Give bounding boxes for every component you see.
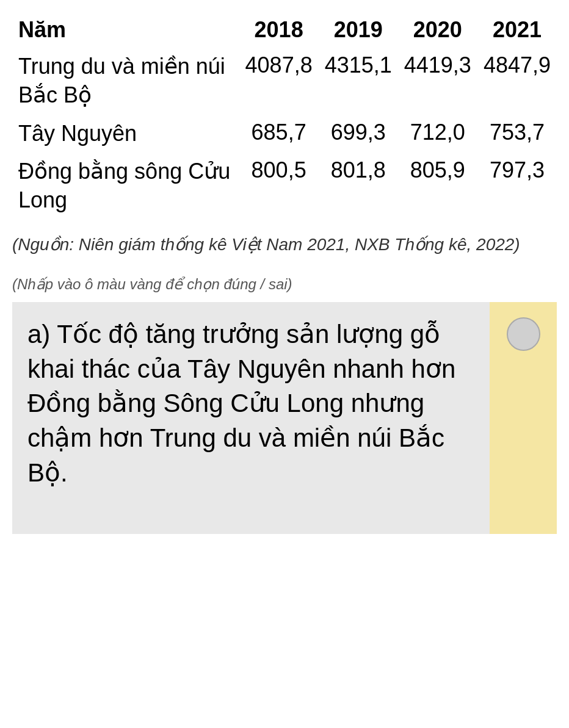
row-value: 4419,3	[398, 48, 477, 115]
page-container: Năm 2018 2019 2020 2021 Trung du và miền…	[0, 0, 569, 546]
row-value: 685,7	[239, 115, 319, 153]
row-region-name: Tây Nguyên	[12, 115, 239, 153]
row-region-name: Trung du và miền núi Bắc Bộ	[12, 48, 239, 115]
header-2020: 2020	[398, 12, 477, 48]
header-2019: 2019	[319, 12, 398, 48]
question-label: a)	[27, 320, 50, 348]
row-value: 699,3	[319, 115, 398, 153]
row-region-name: Đồng bằng sông Cửu Long	[12, 153, 239, 220]
row-value: 4315,1	[319, 48, 398, 115]
row-value: 753,7	[477, 115, 557, 153]
row-value: 805,9	[398, 153, 477, 220]
source-note: (Nguồn: Niên giám thống kê Việt Nam 2021…	[12, 232, 557, 258]
question-card: a) Tốc độ tăng trưởng sản lượng gỗ khai …	[12, 302, 557, 534]
row-value: 801,8	[319, 153, 398, 220]
answer-area[interactable]	[490, 302, 557, 534]
table-row: Đồng bằng sông Cửu Long800,5801,8805,979…	[12, 153, 557, 220]
row-value: 4087,8	[239, 48, 319, 115]
table-row: Tây Nguyên685,7699,3712,0753,7	[12, 115, 557, 153]
row-value: 712,0	[398, 115, 477, 153]
table-row: Trung du và miền núi Bắc Bộ4087,84315,14…	[12, 48, 557, 115]
header-2021: 2021	[477, 12, 557, 48]
question-body: Tốc độ tăng trưởng sản lượng gỗ khai thá…	[27, 320, 455, 487]
row-value: 800,5	[239, 153, 319, 220]
instruction-text: (Nhấp vào ô màu vàng để chọn đúng / sai)	[12, 276, 557, 293]
row-value: 797,3	[477, 153, 557, 220]
question-text: a) Tốc độ tăng trưởng sản lượng gỗ khai …	[12, 302, 490, 534]
row-value: 4847,9	[477, 48, 557, 115]
header-nam: Năm	[12, 12, 239, 48]
header-2018: 2018	[239, 12, 319, 48]
data-table: Năm 2018 2019 2020 2021 Trung du và miền…	[12, 12, 557, 220]
radio-button[interactable]	[507, 317, 540, 351]
